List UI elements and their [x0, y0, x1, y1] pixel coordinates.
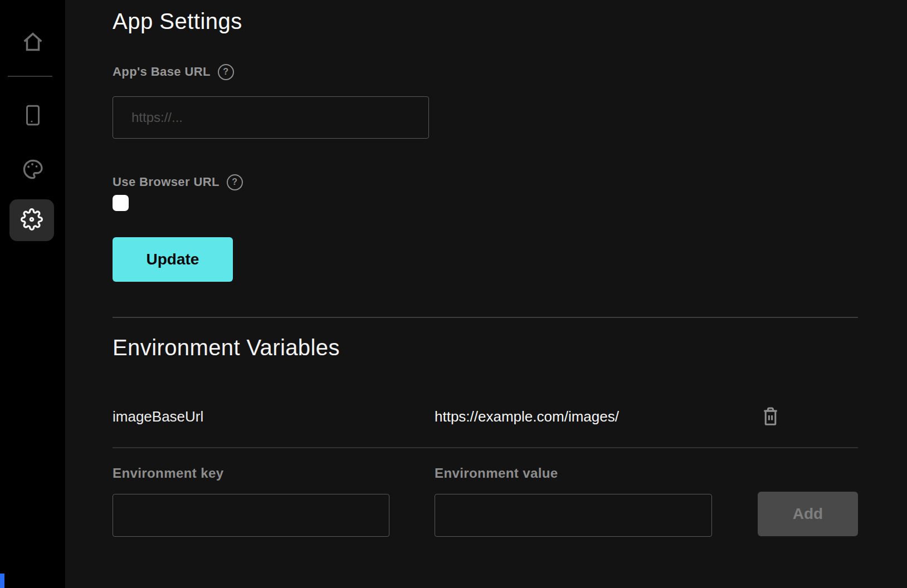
browser-url-label: Use Browser URL: [113, 175, 220, 189]
sidebar-item-home[interactable]: [0, 30, 65, 53]
device-icon: [23, 104, 42, 127]
help-icon[interactable]: ?: [218, 64, 234, 80]
env-variable-key: imageBaseUrl: [113, 405, 203, 428]
help-icon[interactable]: ?: [227, 174, 243, 190]
env-key-input[interactable]: [113, 494, 389, 537]
delete-variable-button[interactable]: [760, 405, 781, 428]
sidebar-item-theme[interactable]: [0, 158, 65, 181]
sidebar-item-settings[interactable]: [9, 199, 54, 241]
gear-icon: [21, 208, 43, 233]
base-url-field-label: App's Base URL ?: [113, 63, 234, 80]
sidebar-item-device[interactable]: [0, 104, 65, 127]
palette-icon: [21, 158, 45, 180]
trash-icon: [760, 421, 781, 429]
section-divider: [113, 317, 858, 318]
update-button[interactable]: Update: [113, 237, 233, 282]
base-url-input[interactable]: [113, 96, 429, 139]
add-variable-button[interactable]: Add: [758, 492, 858, 536]
env-variable-value: https://example.com/images/: [435, 405, 619, 428]
sidebar-divider: [8, 76, 52, 77]
env-variable-row: imageBaseUrl https://example.com/images/: [65, 405, 907, 428]
home-icon: [22, 31, 44, 53]
env-key-label: Environment key: [113, 465, 223, 481]
sidebar: [0, 0, 65, 588]
env-value-input[interactable]: [435, 494, 712, 537]
use-browser-url-checkbox[interactable]: [113, 195, 129, 211]
browser-url-field-label: Use Browser URL ?: [113, 174, 243, 190]
settings-page: App Settings App's Base URL ? Use Browse…: [65, 0, 907, 588]
page-title: App Settings: [113, 8, 242, 35]
base-url-label: App's Base URL: [113, 65, 211, 79]
row-divider: [113, 447, 858, 448]
env-value-label: Environment value: [435, 465, 558, 481]
env-section-title: Environment Variables: [113, 334, 340, 361]
corner-focus-artifact: [0, 574, 4, 588]
